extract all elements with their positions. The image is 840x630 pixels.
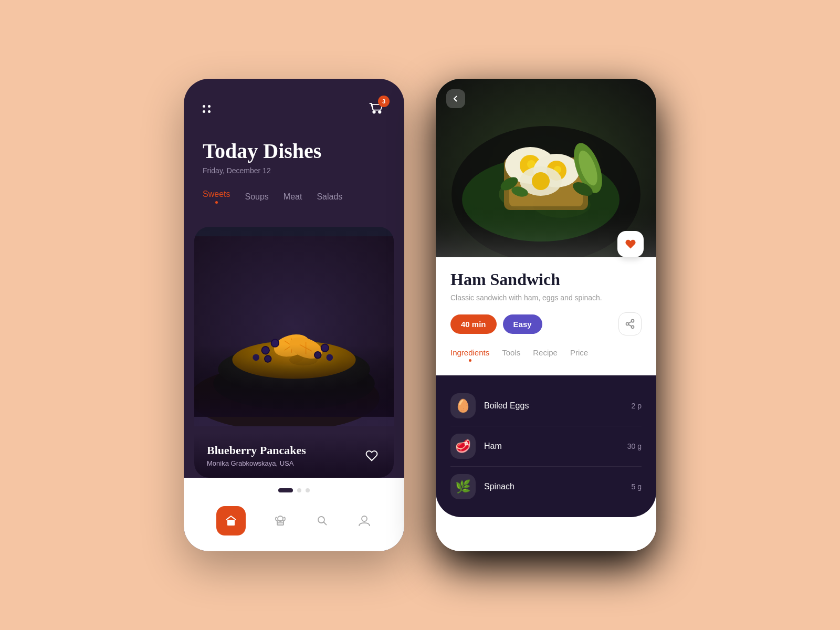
svg-point-57 bbox=[632, 320, 634, 322]
dish-name: Blueberry Pancakes bbox=[207, 444, 381, 457]
search-icon bbox=[315, 513, 330, 528]
menu-dots[interactable] bbox=[203, 105, 211, 113]
ingredient-qty-spinach: 5 g bbox=[632, 482, 642, 491]
dot2 bbox=[208, 105, 211, 108]
nav-profile[interactable] bbox=[357, 513, 372, 528]
svg-point-59 bbox=[632, 326, 634, 328]
home-icon bbox=[225, 514, 237, 527]
dish-image bbox=[194, 227, 394, 426]
recipe-title: Ham Sandwich bbox=[450, 270, 642, 289]
bottom-nav bbox=[203, 501, 385, 546]
tab-ingredients[interactable]: Ingredients bbox=[450, 348, 489, 365]
nav-chef[interactable] bbox=[273, 513, 288, 528]
tab-price[interactable]: Price bbox=[570, 348, 588, 365]
ingredient-icon-ham: 🥩 bbox=[450, 434, 476, 459]
svg-point-0 bbox=[373, 111, 375, 113]
tab-soups[interactable]: Soups bbox=[245, 192, 268, 204]
chef-icon bbox=[273, 513, 288, 528]
hero-svg bbox=[436, 79, 656, 257]
left-phone: 3 Today Dishes Friday, December 12 Sweet… bbox=[184, 79, 404, 551]
share-icon bbox=[625, 319, 635, 329]
ingredient-row-eggs: 🥚 Boiled Eggs 2 p bbox=[450, 386, 642, 426]
recipe-info: Ham Sandwich Classic sandwich with ham, … bbox=[436, 257, 656, 551]
profile-icon bbox=[357, 513, 372, 528]
recipe-description: Classic sandwich with ham, eggs and spin… bbox=[450, 293, 642, 302]
recipe-tags: 40 min Easy bbox=[450, 312, 642, 335]
tab-sweets[interactable]: Sweets bbox=[203, 190, 230, 206]
page-indicator bbox=[203, 488, 385, 492]
chevron-left-icon bbox=[452, 94, 460, 103]
indicator-active bbox=[278, 488, 293, 492]
indicator-2 bbox=[297, 488, 301, 492]
page-subtitle: Friday, December 12 bbox=[203, 166, 385, 175]
dot4 bbox=[208, 110, 211, 113]
svg-point-58 bbox=[626, 323, 629, 326]
left-header: 3 bbox=[203, 100, 385, 118]
ingredient-name-eggs: Boiled Eggs bbox=[484, 401, 632, 411]
cart-badge: 3 bbox=[378, 96, 390, 107]
tab-salads[interactable]: Salads bbox=[317, 192, 342, 204]
dish-author: Monika Grabkowskaya, USA bbox=[207, 459, 381, 467]
favorite-button[interactable] bbox=[617, 231, 644, 257]
favorite-heart-button[interactable] bbox=[362, 446, 381, 465]
main-container: 3 Today Dishes Friday, December 12 Sweet… bbox=[184, 47, 656, 583]
nav-home[interactable] bbox=[216, 506, 246, 536]
difficulty-tag: Easy bbox=[503, 314, 542, 334]
time-tag: 40 min bbox=[450, 314, 497, 334]
ingredient-name-ham: Ham bbox=[484, 442, 627, 451]
recipe-tabs: Ingredients Tools Recipe Price bbox=[450, 348, 642, 365]
page-title: Today Dishes bbox=[203, 139, 385, 163]
ingredients-list: 🥚 Boiled Eggs 2 p 🥩 Ham 30 g 🌿 Spinach 5… bbox=[436, 375, 656, 517]
tab-meat[interactable]: Meat bbox=[284, 192, 302, 204]
left-phone-bottom bbox=[184, 478, 404, 551]
ingredient-qty-eggs: 2 p bbox=[632, 402, 642, 410]
svg-line-34 bbox=[324, 522, 327, 526]
pancake-svg bbox=[194, 227, 394, 426]
right-phone: Ham Sandwich Classic sandwich with ham, … bbox=[436, 79, 656, 551]
svg-point-35 bbox=[362, 516, 367, 521]
svg-point-33 bbox=[318, 517, 324, 523]
ingredient-row-spinach: 🌿 Spinach 5 g bbox=[450, 467, 642, 507]
tab-tools[interactable]: Tools bbox=[502, 348, 520, 365]
dish-hero-image bbox=[436, 79, 656, 257]
dish-card[interactable]: Blueberry Pancakes Monika Grabkowskaya, … bbox=[194, 227, 394, 478]
ingredient-icon-eggs: 🥚 bbox=[450, 393, 476, 418]
heart-icon bbox=[365, 449, 378, 462]
ingredient-row-ham: 🥩 Ham 30 g bbox=[450, 426, 642, 467]
nav-search[interactable] bbox=[315, 513, 330, 528]
tab-recipe[interactable]: Recipe bbox=[533, 348, 558, 365]
svg-rect-29 bbox=[227, 520, 235, 526]
svg-rect-28 bbox=[194, 236, 394, 417]
ingredient-name-spinach: Spinach bbox=[484, 482, 632, 491]
ingredient-icon-spinach: 🌿 bbox=[450, 474, 476, 499]
heart-filled-icon bbox=[625, 238, 636, 250]
share-button[interactable] bbox=[618, 312, 642, 335]
indicator-3 bbox=[306, 488, 310, 492]
back-button[interactable] bbox=[446, 89, 465, 108]
svg-line-61 bbox=[628, 321, 632, 323]
svg-rect-56 bbox=[436, 79, 656, 257]
cart-button[interactable]: 3 bbox=[368, 100, 385, 118]
category-tabs: Sweets Soups Meat Salads bbox=[203, 190, 385, 206]
svg-line-60 bbox=[628, 324, 632, 326]
dot3 bbox=[203, 110, 205, 113]
ingredient-qty-ham: 30 g bbox=[627, 442, 642, 450]
svg-point-1 bbox=[379, 111, 381, 113]
left-phone-top: 3 Today Dishes Friday, December 12 Sweet… bbox=[184, 79, 404, 216]
dot1 bbox=[203, 105, 205, 108]
